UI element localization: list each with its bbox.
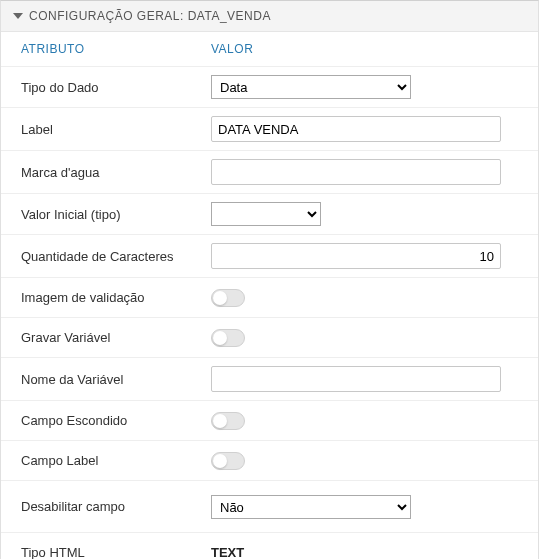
panel-title: CONFIGURAÇÃO GERAL: DATA_VENDA bbox=[29, 9, 271, 23]
label-label-field-toggle: Campo Label bbox=[21, 453, 211, 468]
label-initial-value: Valor Inicial (tipo) bbox=[21, 207, 211, 222]
row-label: Label bbox=[1, 108, 538, 151]
row-watermark: Marca d'agua bbox=[1, 151, 538, 194]
label-label: Label bbox=[21, 122, 211, 137]
row-label-field-toggle: Campo Label bbox=[1, 441, 538, 481]
select-data-type[interactable]: Data bbox=[211, 75, 411, 99]
label-disable-field: Desabilitar campo bbox=[21, 499, 211, 514]
select-initial-value[interactable] bbox=[211, 202, 321, 226]
select-disable-field[interactable]: Não bbox=[211, 495, 411, 519]
input-watermark[interactable] bbox=[211, 159, 501, 185]
row-initial-value: Valor Inicial (tipo) bbox=[1, 194, 538, 235]
label-html-type: Tipo HTML bbox=[21, 545, 211, 559]
col-value: VALOR bbox=[211, 42, 253, 56]
label-save-var: Gravar Variável bbox=[21, 330, 211, 345]
toggle-validation-img[interactable] bbox=[211, 289, 245, 307]
toggle-hidden-field[interactable] bbox=[211, 412, 245, 430]
label-hidden-field: Campo Escondido bbox=[21, 413, 211, 428]
general-config-panel: CONFIGURAÇÃO GERAL: DATA_VENDA ATRIBUTO … bbox=[0, 0, 539, 559]
column-headers: ATRIBUTO VALOR bbox=[1, 32, 538, 67]
col-attribute: ATRIBUTO bbox=[21, 42, 211, 56]
toggle-save-var[interactable] bbox=[211, 329, 245, 347]
row-var-name: Nome da Variável bbox=[1, 358, 538, 401]
row-data-type: Tipo do Dado Data bbox=[1, 67, 538, 108]
row-disable-field: Desabilitar campo Não bbox=[1, 481, 538, 533]
row-save-var: Gravar Variável bbox=[1, 318, 538, 358]
row-char-qty: Quantidade de Caracteres bbox=[1, 235, 538, 278]
input-char-qty[interactable] bbox=[211, 243, 501, 269]
row-validation-img: Imagem de validação bbox=[1, 278, 538, 318]
panel-header[interactable]: CONFIGURAÇÃO GERAL: DATA_VENDA bbox=[1, 1, 538, 32]
label-watermark: Marca d'agua bbox=[21, 165, 211, 180]
input-label[interactable] bbox=[211, 116, 501, 142]
row-html-type: Tipo HTML TEXT bbox=[1, 533, 538, 559]
label-validation-img: Imagem de validação bbox=[21, 290, 211, 305]
toggle-label-field[interactable] bbox=[211, 452, 245, 470]
label-data-type: Tipo do Dado bbox=[21, 80, 211, 95]
value-html-type: TEXT bbox=[211, 545, 244, 559]
collapse-icon bbox=[13, 13, 23, 19]
row-hidden-field: Campo Escondido bbox=[1, 401, 538, 441]
label-char-qty: Quantidade de Caracteres bbox=[21, 249, 211, 264]
label-var-name: Nome da Variável bbox=[21, 372, 211, 387]
input-var-name[interactable] bbox=[211, 366, 501, 392]
